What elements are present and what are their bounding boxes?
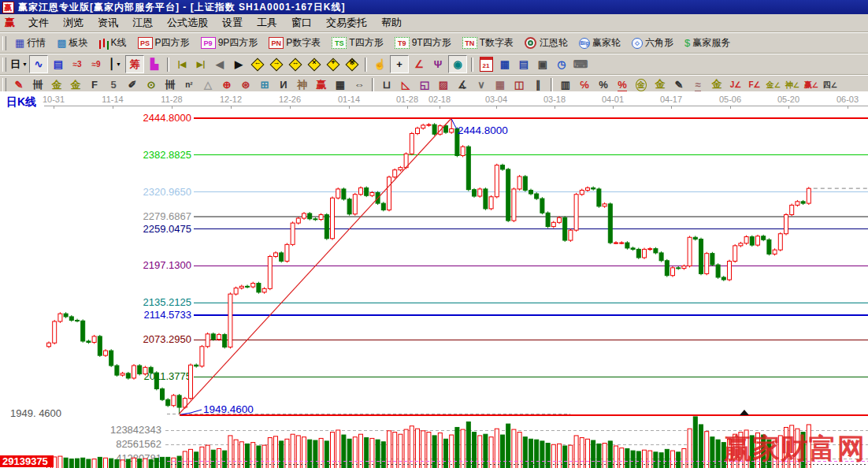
angle-measure-tool-button[interactable]: ∠ bbox=[410, 56, 428, 72]
candle-style-dropdown-button[interactable]: ⎮▼ bbox=[106, 56, 124, 72]
time-fence-button[interactable]: 卌 bbox=[161, 76, 179, 93]
f-fence-button[interactable]: F bbox=[86, 76, 103, 93]
gann-shift-right-button[interactable]: → bbox=[268, 56, 285, 72]
memo-notes-button[interactable]: ▤ bbox=[515, 56, 532, 72]
menu-item-2[interactable]: 资讯 bbox=[91, 15, 125, 31]
world-clock-button[interactable]: ◷ bbox=[553, 56, 570, 72]
winner-wheel-button[interactable]: Big赢家轮 bbox=[573, 35, 626, 52]
kline-button[interactable]: K线 bbox=[94, 35, 132, 52]
menu-item-1[interactable]: 浏览 bbox=[56, 15, 91, 31]
spiral-5-button[interactable]: 5 bbox=[105, 76, 122, 93]
gold-fence-1-button[interactable]: 金 bbox=[48, 76, 65, 93]
crosshair-tool-button[interactable]: + bbox=[390, 55, 409, 73]
calculator-button[interactable]: ▦ bbox=[496, 56, 514, 72]
dense-grid-button[interactable]: ▦ bbox=[332, 76, 349, 93]
calendar-button[interactable]: 21 bbox=[477, 56, 495, 72]
menu-item-4[interactable]: 公式选股 bbox=[160, 15, 215, 31]
box-fan-button[interactable]: ◱ bbox=[416, 76, 433, 93]
percent-retrace-button[interactable]: ℅ bbox=[576, 76, 593, 93]
first-bar-button[interactable]: |◀ bbox=[173, 56, 191, 72]
draw-knife-button[interactable]: ✎ bbox=[10, 76, 28, 93]
n-wave-tool-button[interactable]: И bbox=[275, 76, 292, 93]
ink-brush-button[interactable]: ✎ bbox=[670, 76, 688, 93]
box-tool-button[interactable]: ⊔ bbox=[378, 76, 395, 93]
cycle-circle-button[interactable]: ⊙ bbox=[143, 76, 160, 93]
percent-button[interactable]: % bbox=[595, 76, 612, 93]
quotes-button[interactable]: ▦行情 bbox=[9, 35, 51, 52]
menu-item-0[interactable]: 文件 bbox=[21, 15, 56, 31]
t-number-table-label: T数字表 bbox=[480, 36, 514, 50]
v-wave-button[interactable]: ∨ bbox=[473, 76, 490, 93]
gann-stretch-button[interactable]: ↔ bbox=[287, 56, 304, 72]
info-panel-button[interactable]: ▤ bbox=[50, 56, 67, 72]
shen-angle-button[interactable]: 神∠ bbox=[784, 76, 801, 93]
gann-zoom-out-button[interactable]: ※ bbox=[343, 56, 361, 72]
t-number-table-button[interactable]: TNT数字表 bbox=[457, 35, 519, 52]
gann-fan-button[interactable]: ◺ bbox=[397, 76, 414, 93]
volume-ruler-button[interactable]: ▥ bbox=[557, 76, 574, 93]
menu-item-6[interactable]: 工具 bbox=[250, 15, 284, 31]
menu-items: 文件浏览资讯江恩公式选股设置工具窗口交易委托帮助 bbox=[21, 15, 409, 31]
chip-distribution-button[interactable]: ∿ bbox=[29, 55, 48, 73]
parallel-lines-button[interactable]: ∥ bbox=[529, 76, 547, 93]
square-of-nine-button[interactable]: n² bbox=[180, 76, 198, 93]
hand-tool-button[interactable]: ☝ bbox=[371, 56, 388, 72]
winner-service-button[interactable]: $赢家服务 bbox=[679, 35, 736, 52]
gann-web-button[interactable]: ⊛ bbox=[237, 76, 254, 93]
system-tools-button[interactable]: ⌨ bbox=[572, 56, 589, 72]
volume-bar bbox=[643, 450, 647, 468]
menu-item-5[interactable]: 设置 bbox=[215, 15, 250, 31]
next-bar-button[interactable]: ▶ bbox=[230, 56, 247, 72]
draw-pencil-button[interactable]: ✐ bbox=[124, 76, 141, 93]
t-square-button[interactable]: TST四方形 bbox=[326, 35, 388, 52]
period-day-dropdown-button[interactable]: 日▼ bbox=[10, 56, 28, 72]
9p-square-button[interactable]: P99P四方形 bbox=[195, 35, 264, 52]
prev-bar-button[interactable]: ◀ bbox=[211, 56, 228, 72]
wave-segment-3-button[interactable]: ≈3 bbox=[69, 56, 86, 72]
price-grid-2-button[interactable]: ◫ bbox=[510, 76, 528, 93]
p-square-button[interactable]: PSP四方形 bbox=[132, 35, 195, 52]
wave-levels-button[interactable]: ≈ bbox=[689, 76, 707, 93]
gann-fence-button[interactable]: 卌 bbox=[29, 76, 46, 93]
protractor-button[interactable]: △ bbox=[199, 76, 217, 93]
hexagon-button[interactable]: ◇六角形 bbox=[626, 35, 679, 52]
wave-segment-9-button[interactable]: ≈9 bbox=[87, 56, 105, 72]
gann-zoom-in-button[interactable]: + bbox=[325, 56, 342, 72]
menu-item-8[interactable]: 交易委托 bbox=[319, 15, 374, 31]
angle-lines-button[interactable]: ∡ bbox=[454, 76, 471, 93]
sectors-button[interactable]: ▩板块 bbox=[51, 35, 93, 52]
gann-shift-left-button[interactable]: ← bbox=[249, 56, 266, 72]
chart-canvas[interactable]: 10-3111-1411-2812-1212-2601-1401-2802-18… bbox=[0, 91, 868, 468]
box-web-button[interactable]: ▨ bbox=[435, 76, 452, 93]
menu-item-3[interactable]: 江恩 bbox=[125, 15, 160, 31]
last-bar-button[interactable]: ▶| bbox=[192, 56, 210, 72]
gann-grid-web-button[interactable]: ⊞ bbox=[256, 76, 273, 93]
chip-peak-button[interactable]: 筹 bbox=[125, 55, 144, 73]
win-fence-button[interactable]: 赢 bbox=[313, 76, 330, 93]
smart-analysis-tool-button[interactable]: ◉ bbox=[448, 55, 467, 73]
gann-compass-button[interactable]: ⊕ bbox=[218, 76, 236, 93]
gann-shrink-button[interactable]: × bbox=[306, 56, 323, 72]
p-number-table-button[interactable]: PNP数字表 bbox=[263, 35, 326, 52]
win-angle-button[interactable]: 赢∠ bbox=[803, 76, 820, 93]
gann-wheel-button[interactable]: 江恩轮 bbox=[519, 35, 573, 52]
price-grid-button[interactable]: ▦ bbox=[491, 76, 509, 93]
gold-levels-button[interactable]: 金 bbox=[651, 76, 669, 93]
volume-bar bbox=[370, 438, 374, 468]
gann-pick-tool-button[interactable]: Ψ bbox=[429, 56, 447, 72]
volume-profile-button[interactable]: ▙ bbox=[146, 56, 163, 72]
gold-fence-2-button[interactable]: 金 bbox=[67, 76, 84, 93]
si-angle-button[interactable]: 四∠ bbox=[822, 76, 839, 93]
f-angle-button[interactable]: F∠ bbox=[746, 76, 763, 93]
9t-square-button[interactable]: T99T四方形 bbox=[389, 35, 457, 52]
j-angle-button[interactable]: J∠ bbox=[727, 76, 744, 93]
span-measure-button[interactable]: ⇔ bbox=[351, 76, 368, 93]
gold-circle-button[interactable]: 金 bbox=[632, 76, 650, 93]
save-layout-button[interactable]: ▣ bbox=[534, 56, 551, 72]
gold-levels-2-button[interactable]: 金 bbox=[708, 76, 725, 93]
gold-angle-button[interactable]: 金∠ bbox=[765, 76, 782, 93]
menu-item-9[interactable]: 帮助 bbox=[374, 15, 409, 31]
percent-levels-button[interactable]: % bbox=[614, 76, 631, 93]
menu-item-7[interactable]: 窗口 bbox=[284, 15, 319, 31]
shen-fence-button[interactable]: 神 bbox=[294, 76, 311, 93]
